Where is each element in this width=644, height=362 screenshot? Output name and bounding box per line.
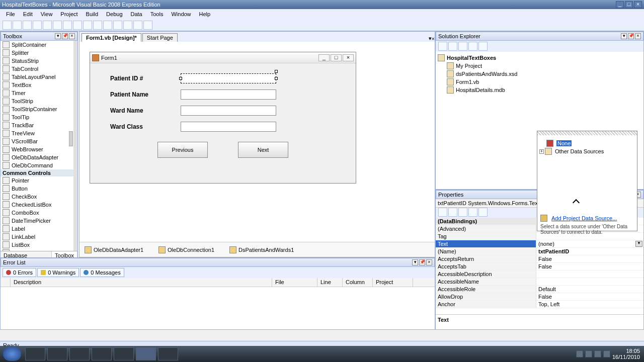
popup-grip[interactable] [537, 131, 637, 135]
label-ward-name[interactable]: Ward Name [110, 107, 181, 114]
form-minimize-icon[interactable]: _ [318, 54, 330, 61]
tray-icon[interactable] [594, 350, 601, 357]
show-all-icon[interactable] [448, 42, 457, 51]
property-row[interactable]: AccessibleDescription [436, 270, 643, 278]
solution-tree[interactable]: HospitalTextBoxes My Project dsPatientsA… [436, 52, 643, 96]
cut-icon[interactable] [43, 21, 52, 30]
property-row[interactable]: (Name)txtPatientID [436, 248, 643, 255]
component-connection[interactable]: OleDbConnection1 [158, 246, 214, 253]
menu-window[interactable]: Window [167, 10, 195, 18]
system-tray[interactable]: 18:05 16/11/2010 [576, 348, 644, 360]
messages-tab[interactable]: 0 Messages [80, 268, 124, 277]
taskbar-app-icon[interactable] [92, 347, 112, 360]
property-value[interactable] [536, 270, 643, 278]
step-out-icon[interactable] [143, 21, 152, 30]
taskbar-explorer-icon[interactable] [47, 347, 67, 360]
tray-icon[interactable] [585, 350, 592, 357]
property-pages-icon[interactable] [478, 208, 488, 217]
toolbox-group[interactable]: Common Controls [1, 169, 77, 176]
resize-handle[interactable] [275, 77, 278, 80]
col-icon[interactable] [1, 278, 11, 287]
tab-form-design[interactable]: Form1.vb [Design]* [82, 33, 141, 42]
label-ward-class[interactable]: Ward Class [110, 123, 181, 130]
resize-handle[interactable] [179, 77, 182, 80]
textbox-ward-class[interactable] [181, 122, 276, 132]
redo-icon[interactable] [83, 21, 92, 30]
property-value[interactable]: txtPatientID [536, 248, 643, 255]
open-icon[interactable] [13, 21, 22, 30]
events-icon[interactable] [468, 208, 477, 217]
dropdown-icon[interactable]: ▼ [635, 241, 642, 247]
expand-icon[interactable]: + [539, 149, 544, 154]
design-canvas[interactable]: Form1 _ □ × Patient ID # [79, 42, 435, 257]
property-value[interactable]: False [536, 263, 643, 270]
property-row[interactable]: AccessibleRoleDefault [436, 286, 643, 293]
col-column[interactable]: Column [343, 278, 373, 287]
splitter-handle[interactable] [69, 131, 73, 146]
form-maximize-icon[interactable]: □ [331, 54, 342, 61]
scrollbar[interactable] [73, 41, 77, 251]
textbox-patient-id[interactable] [181, 73, 276, 83]
property-row[interactable]: Text(none)▼ [436, 240, 643, 248]
textbox-ward-name[interactable] [181, 106, 276, 116]
property-value[interactable]: Default [536, 286, 643, 293]
menu-build[interactable]: Build [82, 10, 102, 18]
property-row[interactable]: AccessibleName [436, 278, 643, 286]
properties-icon[interactable] [458, 208, 467, 217]
panel-close-icon[interactable]: × [426, 259, 432, 265]
properties-icon[interactable] [438, 42, 447, 51]
property-row[interactable]: AnchorTop, Left [436, 301, 643, 308]
view-designer-icon[interactable] [478, 42, 488, 51]
component-dataset[interactable]: DsPatientsAndWards1 [229, 246, 294, 253]
datasource-tree[interactable]: None + Other Data Sources [537, 135, 637, 214]
step-over-icon[interactable] [133, 21, 142, 30]
menu-debug[interactable]: Debug [102, 10, 126, 18]
property-value[interactable]: Top, Left [536, 301, 643, 308]
col-description[interactable]: Description [11, 278, 272, 287]
property-row[interactable]: AllowDropFalse [436, 293, 643, 301]
add-datasource-link[interactable]: Add Project Data Source... [537, 214, 637, 223]
refresh-icon[interactable] [458, 42, 467, 51]
panel-pin-icon[interactable]: 📌 [62, 33, 68, 39]
tray-icon[interactable] [603, 350, 610, 357]
property-value[interactable]: False [536, 293, 643, 300]
taskbar-media-icon[interactable] [69, 347, 90, 360]
toolbox-list[interactable]: SplitContainer Splitter StatusStrip TabC… [1, 41, 77, 251]
doc-close-icon[interactable]: × [432, 36, 435, 42]
property-row[interactable]: AcceptsTabFalse [436, 263, 643, 270]
save-all-icon[interactable] [33, 21, 42, 30]
property-row[interactable]: AcceptsReturnFalse [436, 255, 643, 263]
menu-data[interactable]: Data [127, 10, 146, 18]
panel-close-icon[interactable]: × [635, 33, 641, 39]
minimize-button[interactable]: _ [616, 1, 624, 8]
menu-tools[interactable]: Tools [146, 10, 168, 18]
tray-icon[interactable] [576, 350, 583, 357]
new-project-icon[interactable] [3, 21, 12, 30]
datasource-other[interactable]: + Other Data Sources [539, 147, 635, 155]
taskbar-app-icon[interactable] [114, 347, 134, 360]
taskbar-app-icon[interactable] [158, 347, 178, 360]
smart-tag-icon[interactable] [275, 70, 278, 73]
property-value[interactable] [536, 278, 643, 285]
databinding-popup[interactable]: None + Other Data Sources Add Project Da… [537, 131, 637, 231]
panel-dropdown-icon[interactable]: ▾ [412, 259, 418, 265]
menu-file[interactable]: File [2, 10, 19, 18]
warnings-tab[interactable]: 0 Warnings [37, 268, 79, 277]
property-value[interactable]: False [536, 255, 643, 262]
previous-button[interactable]: Previous [157, 142, 208, 158]
panel-pin-icon[interactable]: 📌 [628, 33, 634, 39]
menu-help[interactable]: Help [195, 10, 215, 18]
menu-view[interactable]: View [37, 10, 57, 18]
col-file[interactable]: File [272, 278, 317, 287]
textbox-patient-name[interactable] [181, 89, 276, 100]
tab-start-page[interactable]: Start Page [142, 33, 178, 42]
form-close-icon[interactable]: × [343, 54, 354, 61]
panel-close-icon[interactable]: × [69, 33, 75, 39]
paste-icon[interactable] [63, 21, 72, 30]
col-line[interactable]: Line [317, 278, 343, 287]
taskbar-vb-icon[interactable] [136, 347, 156, 360]
next-button[interactable]: Next [238, 142, 288, 158]
panel-dropdown-icon[interactable]: ▾ [621, 33, 627, 39]
component-adapter[interactable]: OleDbDataAdapter1 [85, 246, 143, 253]
col-project[interactable]: Project [373, 278, 413, 287]
